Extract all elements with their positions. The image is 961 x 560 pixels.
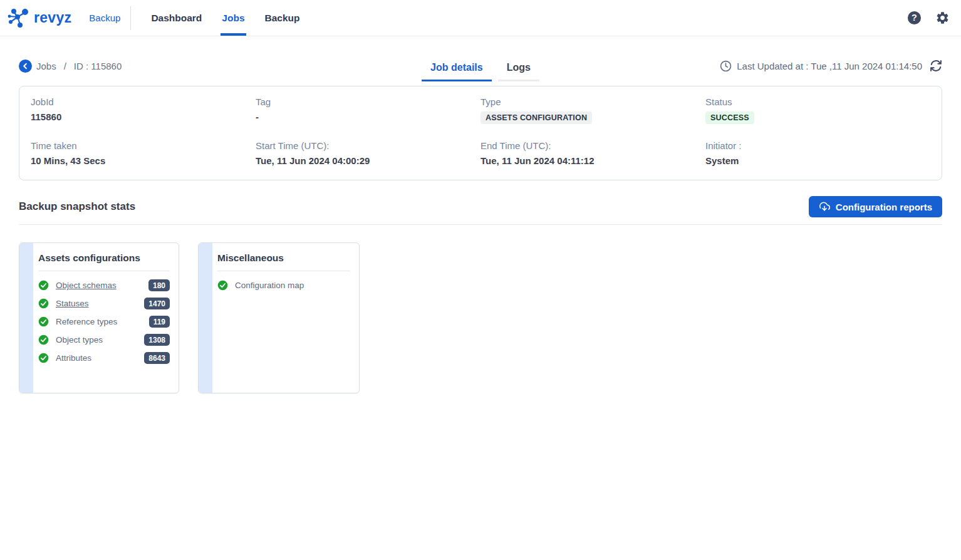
clock-icon — [720, 60, 732, 72]
field-start-time: Start Time (UTC): Tue, 11 Jun 2024 04:00… — [256, 140, 480, 166]
list-item: Configuration map — [217, 276, 350, 294]
stats-heading: Backup snapshot stats — [19, 200, 135, 213]
field-status: Status SUCCESS — [705, 96, 930, 124]
nav-item-dashboard[interactable]: Dashboard — [141, 0, 212, 36]
field-label: Status — [705, 96, 930, 107]
field-value: Tue, 11 Jun 2024 04:11:12 — [480, 155, 705, 166]
item-object-types: Object types — [56, 335, 137, 345]
header-actions: ? — [907, 11, 950, 25]
breadcrumb-jobs[interactable]: Jobs — [36, 61, 56, 71]
revyz-logo-icon — [8, 7, 30, 29]
field-value: - — [256, 111, 480, 122]
svg-text:?: ? — [912, 13, 917, 23]
item-attributes: Attributes — [56, 353, 137, 363]
check-success-icon — [38, 334, 49, 345]
status-badge: SUCCESS — [705, 111, 754, 124]
stats-divider — [19, 224, 942, 225]
field-tag: Tag - — [256, 96, 480, 124]
check-success-icon — [38, 353, 49, 363]
brand-name: revyz — [34, 9, 71, 26]
list-item: Object types 1308 — [38, 331, 170, 349]
item-configuration-map: Configuration map — [235, 281, 350, 290]
main-nav: Dashboard Jobs Backup — [141, 0, 309, 36]
item-reference-types: Reference types — [56, 317, 142, 326]
tab-job-details[interactable]: Job details — [422, 57, 492, 81]
nav-divider — [130, 6, 131, 30]
revyz-logo[interactable]: revyz — [8, 7, 71, 29]
toolbar-row: Jobs / ID : 115860 Job details Logs Last… — [19, 51, 942, 80]
count-badge: 180 — [148, 279, 170, 291]
card-accent-stripe — [19, 243, 33, 393]
type-badge: ASSETS CONFIGURATION — [480, 111, 592, 124]
configuration-reports-button[interactable]: Configuration reports — [809, 196, 942, 217]
breadcrumb: Jobs / ID : 115860 — [19, 60, 122, 73]
field-label: Initiator : — [705, 140, 930, 151]
list-item: Object schemas 180 — [38, 276, 170, 294]
job-details-panel: JobId 115860 Tag - Type ASSETS CONFIGURA… — [19, 86, 942, 180]
app-header: revyz Backup Dashboard Jobs Backup ? — [0, 0, 961, 36]
tabs: Job details Logs — [422, 57, 539, 81]
field-label: Tag — [256, 96, 480, 107]
nav-context-backup[interactable]: Backup — [89, 13, 120, 23]
field-time-taken: Time taken 10 Mins, 43 Secs — [31, 140, 256, 166]
field-initiator: Initiator : System — [705, 140, 930, 166]
breadcrumb-separator: / — [64, 61, 66, 71]
item-statuses-link[interactable]: Statuses — [56, 299, 137, 308]
card-miscellaneous: Miscellaneous Configuration map — [198, 242, 360, 393]
help-icon[interactable]: ? — [907, 11, 922, 25]
card-title: Miscellaneous — [217, 251, 350, 271]
field-value: 10 Mins, 43 Secs — [31, 155, 256, 166]
configuration-reports-label: Configuration reports — [836, 202, 932, 212]
settings-gear-icon[interactable] — [935, 11, 950, 25]
count-badge: 1470 — [144, 298, 170, 309]
list-item: Statuses 1470 — [38, 294, 170, 313]
field-label: End Time (UTC): — [480, 140, 705, 151]
field-value: Tue, 11 Jun 2024 04:00:29 — [256, 155, 480, 166]
stats-header: Backup snapshot stats Configuration repo… — [19, 196, 942, 217]
field-end-time: End Time (UTC): Tue, 11 Jun 2024 04:11:1… — [480, 140, 705, 166]
field-label: Type — [480, 96, 705, 107]
nav-item-jobs[interactable]: Jobs — [212, 0, 254, 36]
refresh-icon[interactable] — [930, 60, 942, 72]
list-item: Attributes 8643 — [38, 349, 170, 367]
breadcrumb-job-id: ID : 115860 — [74, 61, 122, 71]
field-value: System — [705, 155, 930, 166]
count-badge: 119 — [149, 316, 170, 328]
check-success-icon — [38, 298, 49, 309]
field-label: Start Time (UTC): — [256, 140, 480, 151]
count-badge: 8643 — [144, 352, 170, 364]
back-button[interactable] — [19, 60, 32, 73]
check-success-icon — [217, 280, 228, 291]
last-updated: Last Updated at : Tue ,11 Jun 2024 01:14… — [720, 60, 942, 72]
check-success-icon — [38, 280, 49, 291]
field-label: Time taken — [31, 140, 256, 151]
tab-logs[interactable]: Logs — [498, 57, 539, 81]
snapshot-cards: Assets configurations Object schemas 180… — [19, 242, 942, 393]
field-value: 115860 — [31, 111, 256, 122]
list-item: Reference types 119 — [38, 313, 170, 331]
card-assets-configurations: Assets configurations Object schemas 180… — [19, 242, 179, 393]
item-object-schemas-link[interactable]: Object schemas — [56, 281, 142, 290]
card-title: Assets configurations — [38, 251, 170, 271]
count-badge: 1308 — [144, 334, 170, 346]
card-accent-stripe — [199, 243, 212, 393]
check-success-icon — [38, 316, 49, 327]
nav-item-backup[interactable]: Backup — [255, 0, 310, 36]
last-updated-text: Last Updated at : Tue ,11 Jun 2024 01:14… — [737, 61, 922, 71]
field-type: Type ASSETS CONFIGURATION — [480, 96, 705, 124]
field-jobid: JobId 115860 — [31, 96, 256, 124]
cloud-download-icon — [819, 201, 830, 212]
field-label: JobId — [31, 96, 256, 107]
